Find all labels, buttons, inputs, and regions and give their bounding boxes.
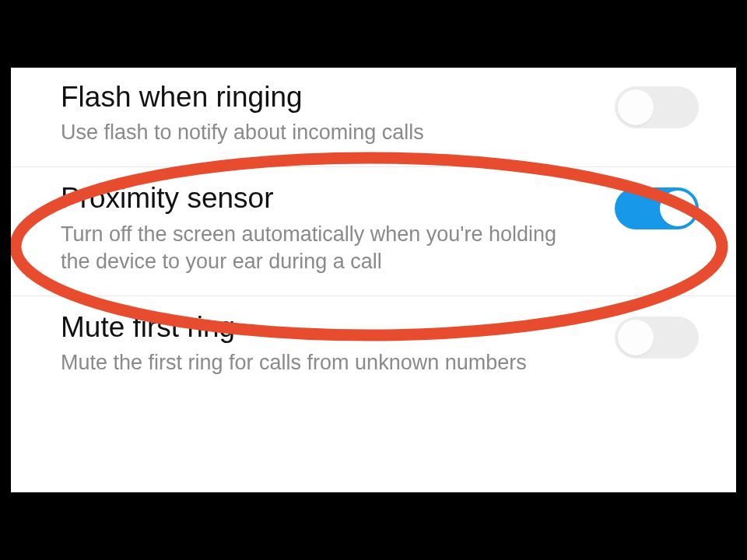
setting-text: Mute first ring Mute the first ring for … — [61, 310, 615, 376]
toggle-flash-when-ringing[interactable] — [615, 86, 699, 128]
settings-screen: Flash when ringing Use flash to notify a… — [11, 68, 736, 492]
toggle-proximity-sensor[interactable] — [615, 187, 699, 229]
setting-text: Proximity sensor Turn off the screen aut… — [61, 181, 615, 275]
settings-list: Flash when ringing Use flash to notify a… — [11, 68, 736, 397]
setting-title: Proximity sensor — [61, 181, 591, 215]
toggle-knob — [618, 320, 654, 355]
toggle-mute-first-ring[interactable] — [615, 317, 699, 359]
setting-title: Mute first ring — [61, 310, 591, 345]
setting-row-mute-first-ring[interactable]: Mute first ring Mute the first ring for … — [11, 296, 736, 397]
setting-title: Flash when ringing — [61, 80, 591, 114]
setting-row-proximity-sensor[interactable]: Proximity sensor Turn off the screen aut… — [11, 167, 736, 296]
setting-description: Turn off the screen automatically when y… — [61, 221, 591, 275]
setting-description: Use flash to notify about incoming calls — [61, 119, 591, 146]
toggle-knob — [618, 89, 654, 125]
toggle-knob — [660, 191, 696, 226]
setting-text: Flash when ringing Use flash to notify a… — [61, 80, 615, 146]
setting-row-flash-when-ringing[interactable]: Flash when ringing Use flash to notify a… — [11, 68, 736, 167]
setting-description: Mute the first ring for calls from unkno… — [61, 349, 591, 376]
